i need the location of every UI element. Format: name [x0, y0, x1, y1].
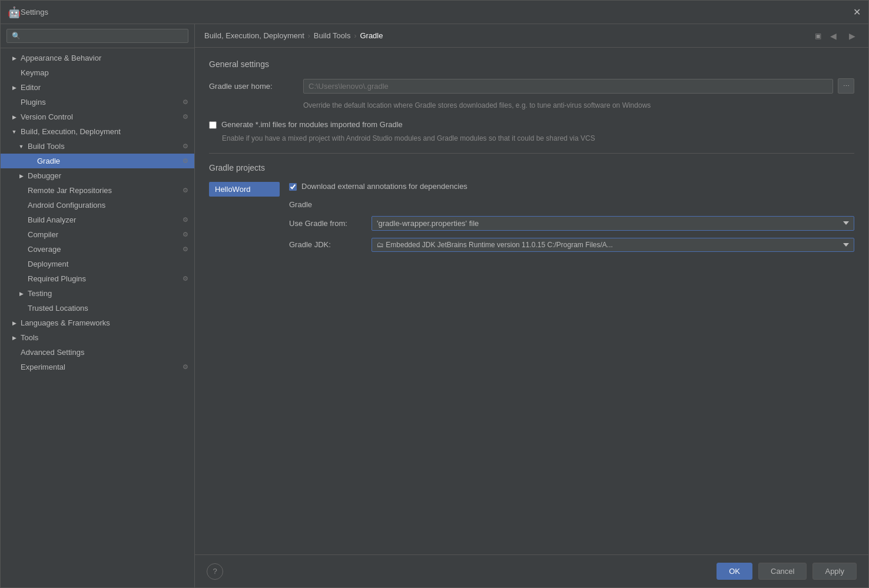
- sidebar-item-label: Android Configurations: [28, 201, 105, 210]
- sidebar-item-appearance[interactable]: ▶Appearance & Behavior: [1, 51, 194, 65]
- sidebar-item-label: Compiler: [28, 230, 58, 239]
- sidebar-item-label: Build Tools: [28, 142, 65, 151]
- sidebar-item-label: Languages & Frameworks: [21, 318, 110, 327]
- gradle-jdk-control: 🗂 Embedded JDK JetBrains Runtime version…: [372, 238, 854, 252]
- generate-iml-checkbox-row: Generate *.iml files for modules importe…: [209, 120, 854, 144]
- sidebar-item-label: Keymap: [21, 68, 49, 77]
- arrow-icon: ▶: [10, 334, 18, 342]
- sidebar-item-label: Trusted Locations: [28, 304, 88, 313]
- sidebar-item-build-analyzer[interactable]: Build Analyzer⚙: [1, 212, 194, 227]
- ok-button[interactable]: OK: [717, 563, 752, 580]
- sidebar-item-debugger[interactable]: ▶Debugger: [1, 168, 194, 183]
- sidebar-item-label: Gradle: [37, 157, 60, 165]
- sidebar-item-label: Build, Execution, Deployment: [21, 127, 121, 136]
- sidebar-item-label: Testing: [28, 289, 52, 298]
- gradle-section-title: Gradle: [289, 200, 854, 209]
- sidebar-item-build-execution-deployment[interactable]: ▼Build, Execution, Deployment: [1, 124, 194, 139]
- sidebar-item-remote-jar-repositories[interactable]: Remote Jar Repositories⚙: [1, 183, 194, 198]
- gradle-jdk-label: Gradle JDK:: [289, 240, 372, 249]
- sidebar-item-label: Plugins: [21, 98, 46, 107]
- app-icon: 🤖: [8, 6, 21, 19]
- sidebar-item-label: Editor: [21, 83, 41, 92]
- apply-button[interactable]: Apply: [812, 563, 857, 580]
- sidebar-item-build-tools[interactable]: ▼Build Tools⚙: [1, 139, 194, 154]
- sidebar-item-trusted-locations[interactable]: Trusted Locations: [1, 301, 194, 315]
- cancel-button[interactable]: Cancel: [758, 563, 807, 580]
- gradle-user-home-browse-button[interactable]: ⋯: [838, 78, 854, 94]
- settings-icon: ⚙: [183, 363, 188, 371]
- breadcrumb-item-3: Gradle: [360, 31, 383, 40]
- sidebar-item-plugins[interactable]: Plugins⚙: [1, 95, 194, 109]
- generate-iml-hint: Enable if you have a mixed project with …: [222, 134, 854, 144]
- use-gradle-from-select[interactable]: 'gradle-wrapper.properties' file Local i…: [372, 216, 854, 231]
- settings-icon: ⚙: [183, 157, 188, 165]
- project-item-helloword[interactable]: HelloWord: [209, 182, 280, 197]
- general-settings-title: General settings: [209, 59, 854, 69]
- sidebar-item-label: Tools: [21, 333, 38, 342]
- gradle-jdk-row: Gradle JDK: 🗂 Embedded JDK JetBrains Run…: [289, 238, 854, 252]
- title-bar: 🤖 Settings ✕: [1, 1, 868, 24]
- sidebar-item-compiler[interactable]: Compiler⚙: [1, 227, 194, 242]
- gradle-user-home-control: ⋯: [303, 78, 854, 94]
- window-title: Settings: [21, 8, 852, 16]
- search-input[interactable]: [6, 29, 188, 43]
- use-gradle-from-row: Use Gradle from: 'gradle-wrapper.propert…: [289, 216, 854, 231]
- breadcrumb-item-1[interactable]: Build, Execution, Deployment: [204, 31, 304, 40]
- gradle-user-home-label: Gradle user home:: [209, 82, 303, 91]
- settings-window: 🤖 Settings ✕ ▶Appearance & BehaviorKeyma…: [0, 0, 869, 588]
- settings-icon: ⚙: [183, 98, 188, 106]
- breadcrumb-gear-icon: ▣: [815, 32, 821, 40]
- sidebar-item-keymap[interactable]: Keymap: [1, 65, 194, 80]
- gradle-user-home-input[interactable]: [303, 79, 833, 94]
- sidebar-item-languages-frameworks[interactable]: ▶Languages & Frameworks: [1, 315, 194, 330]
- sidebar-item-editor[interactable]: ▶Editor: [1, 80, 194, 95]
- settings-icon: ⚙: [183, 187, 188, 194]
- nav-tree: ▶Appearance & BehaviorKeymap▶EditorPlugi…: [1, 48, 194, 587]
- breadcrumb-separator-1: ›: [308, 32, 310, 40]
- breadcrumb-back-button[interactable]: ◀: [826, 29, 840, 43]
- sidebar-item-experimental[interactable]: Experimental⚙: [1, 360, 194, 374]
- divider-1: [209, 153, 854, 154]
- bottom-bar: ? OK Cancel Apply: [195, 554, 868, 587]
- download-annotations-label[interactable]: Download external annotations for depend…: [301, 182, 467, 191]
- sidebar-item-label: Required Plugins: [28, 274, 86, 283]
- gradle-user-home-hint: Override the default location where Grad…: [303, 101, 854, 111]
- download-annotations-checkbox[interactable]: [289, 183, 297, 191]
- sidebar-item-deployment[interactable]: Deployment: [1, 257, 194, 271]
- breadcrumb-actions: ▣ ◀ ▶: [815, 29, 859, 43]
- search-box: [1, 24, 194, 48]
- breadcrumb-forward-button[interactable]: ▶: [845, 29, 859, 43]
- sidebar-item-label: Remote Jar Repositories: [28, 186, 112, 195]
- gradle-user-home-row: Gradle user home: ⋯: [209, 78, 854, 94]
- settings-icon: ⚙: [183, 216, 188, 224]
- sidebar-item-label: Experimental: [21, 363, 65, 371]
- sidebar-item-tools[interactable]: ▶Tools: [1, 330, 194, 345]
- sidebar-item-testing[interactable]: ▶Testing: [1, 286, 194, 301]
- sidebar-item-coverage[interactable]: Coverage⚙: [1, 242, 194, 257]
- projects-list: HelloWord: [209, 182, 280, 259]
- sidebar-item-advanced-settings[interactable]: Advanced Settings: [1, 345, 194, 360]
- settings-content: General settings Gradle user home: ⋯ Ove…: [195, 48, 868, 554]
- sidebar-item-android-configurations[interactable]: Android Configurations: [1, 198, 194, 212]
- sidebar-item-label: Coverage: [28, 245, 61, 254]
- arrow-icon: ▶: [10, 84, 18, 92]
- generate-iml-row: Generate *.iml files for modules importe…: [209, 120, 854, 129]
- close-button[interactable]: ✕: [852, 8, 861, 17]
- gradle-projects-section: Gradle projects HelloWord Download exter…: [209, 163, 854, 259]
- projects-area: HelloWord Download external annotations …: [209, 182, 854, 259]
- sidebar-item-required-plugins[interactable]: Required Plugins⚙: [1, 271, 194, 286]
- generate-iml-label[interactable]: Generate *.iml files for modules importe…: [221, 120, 403, 129]
- breadcrumb-item-2[interactable]: Build Tools: [314, 31, 351, 40]
- sidebar-item-gradle[interactable]: Gradle⚙: [1, 154, 194, 168]
- sidebar-item-label: Version Control: [21, 112, 73, 121]
- gradle-projects-title: Gradle projects: [209, 163, 854, 172]
- use-gradle-from-control: 'gradle-wrapper.properties' file Local i…: [372, 216, 854, 231]
- gradle-jdk-select[interactable]: 🗂 Embedded JDK JetBrains Runtime version…: [372, 238, 854, 252]
- help-button[interactable]: ?: [207, 563, 223, 580]
- sidebar-item-label: Build Analyzer: [28, 215, 76, 224]
- sidebar-item-label: Appearance & Behavior: [21, 54, 101, 62]
- generate-iml-checkbox[interactable]: [209, 121, 217, 129]
- sidebar-item-version-control[interactable]: ▶Version Control⚙: [1, 109, 194, 124]
- arrow-icon: ▼: [10, 128, 18, 136]
- sidebar-item-label: Debugger: [28, 171, 61, 180]
